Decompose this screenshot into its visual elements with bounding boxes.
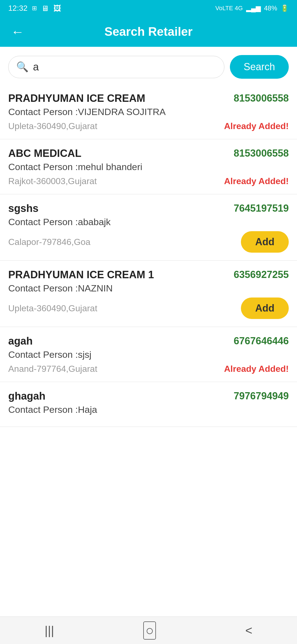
status-left: 12:32 ⊞ 🖥 🖼 [8,4,61,13]
search-input-wrapper: 🔍 [8,56,224,78]
retailer-location: Rajkot-360003,Gujarat [8,176,97,186]
network-icon: ⊞ [32,5,37,12]
retailer-name: ghagah [8,390,234,402]
results-container: PRADHYUMAN ICE CREAM 8153006558 Contact … [0,87,297,626]
retailer-phone: 7976794949 [234,390,289,402]
retailer-phone: 8153006558 [234,92,289,104]
retailer-bottom-row: Calapor-797846,Goa Add [8,231,289,253]
retailer-name: sgshs [8,203,234,214]
retailer-contact: Contact Person :NAZNIN [8,283,289,294]
battery-icon: 🔋 [280,4,289,12]
retailer-contact: Contact Person :ababajk [8,217,289,227]
retailer-top-row: agah 6767646446 [8,335,289,347]
header: ← Search Retailer [0,17,297,47]
retailer-bottom-row: Upleta-360490,Gujarat Add [8,298,289,319]
time: 12:32 [8,4,28,13]
retailer-bottom-row: Anand-797764,Gujarat Already Added! [8,364,289,374]
search-input[interactable] [33,61,216,73]
retailer-location: Upleta-360490,Gujarat [8,303,97,313]
search-icon: 🔍 [16,61,29,73]
retailer-location: Anand-797764,Gujarat [8,364,97,374]
list-item: ghagah 7976794949 Contact Person :Haja [0,382,297,427]
retailer-name: ABC MEDICAL [8,148,234,159]
retailer-contact: Contact Person :Haja [8,404,289,415]
page-title: Search Retailer [105,25,193,39]
retailer-bottom-row: Upleta-360490,Gujarat Already Added! [8,121,289,131]
status-right: VoLTE 4G ▂▄▆ 48% 🔋 [215,4,289,12]
retailer-contact: Contact Person :sjsj [8,349,289,360]
list-item: PRADHYUMAN ICE CREAM 1 6356927255 Contac… [0,261,297,327]
retailer-name: PRADHYUMAN ICE CREAM 1 [8,269,234,281]
search-bar-container: 🔍 Search [0,47,297,87]
status-bar: 12:32 ⊞ 🖥 🖼 VoLTE 4G ▂▄▆ 48% 🔋 [0,0,297,17]
back-button[interactable]: ← [11,24,24,39]
retailer-name: PRADHYUMAN ICE CREAM [8,92,145,104]
list-item: PRADHYUMAN ICE CREAM 8153006558 Contact … [0,87,297,139]
home-icon[interactable]: ○ [143,621,156,640]
monitor-icon: 🖥 [41,4,49,13]
search-button[interactable]: Search [230,55,289,79]
retailer-phone: 6356927255 [234,269,289,280]
battery-label: 48% [264,4,277,12]
retailer-phone: 6767646446 [234,335,289,347]
retailer-top-row: PRADHYUMAN ICE CREAM 8153006558 [8,92,289,104]
nav-bar: ||| ○ < [0,616,297,644]
retailer-top-row: PRADHYUMAN ICE CREAM 1 6356927255 [8,269,289,281]
retailer-location: Calapor-797846,Goa [8,237,90,247]
retailer-contact: Contact Person :VIJENDRA SOJITRA [8,107,289,117]
image-icon: 🖼 [53,4,61,13]
retailer-phone: 7645197519 [234,203,289,214]
retailer-bottom-row: Rajkot-360003,Gujarat Already Added! [8,176,289,186]
add-button[interactable]: Add [241,231,289,253]
retailer-top-row: sgshs 7645197519 [8,203,289,214]
retailer-contact: Contact Person :mehul bhanderi [8,162,289,172]
list-item: sgshs 7645197519 Contact Person :ababajk… [0,194,297,261]
retailer-top-row: ABC MEDICAL 8153006558 [8,148,289,159]
retailer-top-row: ghagah 7976794949 [8,390,289,402]
menu-icon[interactable]: ||| [45,624,54,637]
back-nav-icon[interactable]: < [245,624,252,637]
status-badge: Already Added! [224,121,289,131]
add-button[interactable]: Add [241,298,289,319]
list-item: agah 6767646446 Contact Person :sjsj Ana… [0,327,297,382]
retailer-location: Upleta-360490,Gujarat [8,121,97,131]
signal-text: VoLTE 4G [215,5,243,12]
list-item: ABC MEDICAL 8153006558 Contact Person :m… [0,139,297,194]
retailer-name: agah [8,335,234,347]
status-badge: Already Added! [224,176,289,186]
retailer-phone: 8153006558 [234,148,289,159]
signal-bars: ▂▄▆ [246,4,261,12]
status-badge: Already Added! [224,364,289,374]
